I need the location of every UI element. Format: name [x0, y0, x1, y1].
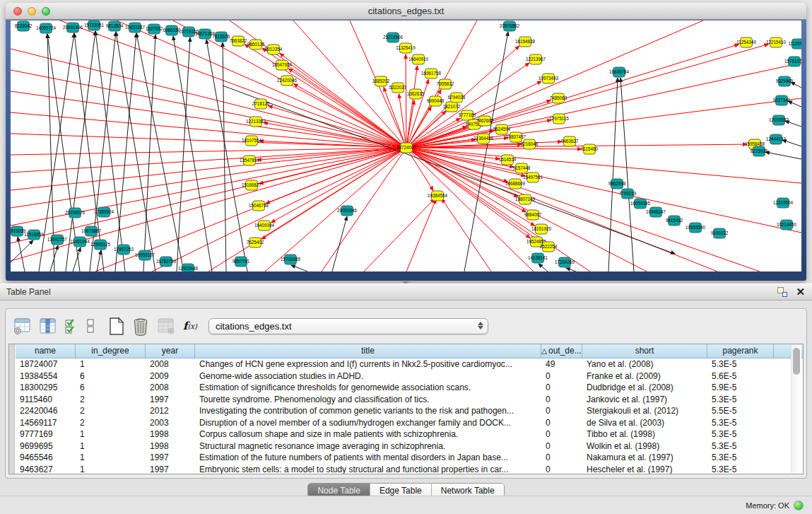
svg-text:13547891: 13547891	[240, 158, 260, 163]
svg-text:9329965: 9329965	[776, 78, 794, 83]
svg-text:7615526: 7615526	[213, 34, 230, 39]
svg-text:12215410: 12215410	[766, 40, 787, 45]
table-cell: Estimation of the future numbers of pati…	[195, 452, 541, 464]
table-row[interactable]: 2242004622012Investigating the contribut…	[16, 405, 803, 417]
row-height-icon[interactable]	[86, 317, 95, 335]
table-selector-dropdown[interactable]: citations_edges.txt	[208, 318, 488, 334]
table-selector-value: citations_edges.txt	[216, 321, 292, 332]
table-row-gutter	[9, 344, 15, 474]
scrollbar-thumb[interactable]	[793, 348, 800, 375]
svg-text:7462662: 7462662	[476, 118, 494, 123]
table-cell: 9465546	[16, 452, 76, 464]
column-header-name[interactable]: name	[16, 344, 76, 358]
citation-graph[interactable]: 8133042140557242069140615723051981350410…	[11, 21, 801, 271]
node-table: name in_degree year title △out_de... sho…	[8, 344, 804, 474]
select-columns-icon[interactable]	[64, 317, 79, 335]
table-row[interactable]: 911546021997Tourette syndrome. Phenomeno…	[16, 394, 803, 406]
svg-text:14055724: 14055724	[36, 25, 57, 30]
table-toolbar: f(x) citations_edges.txt	[6, 309, 806, 343]
table-header-row: name in_degree year title △out_de... sho…	[16, 344, 803, 358]
column-header-out-degree[interactable]: △out_de...	[541, 344, 582, 358]
svg-text:22420046: 22420046	[277, 78, 298, 83]
table-cell: Structural magnetic resonance image aver…	[195, 440, 541, 452]
svg-text:12975115: 12975115	[549, 116, 569, 121]
table-cell: 1	[76, 428, 146, 440]
table-cell: 14569117	[16, 417, 76, 429]
network-window-titlebar[interactable]: citations_edges.txt	[6, 3, 806, 20]
network-canvas[interactable]: 8133042140557242069140615723051981350410…	[11, 21, 801, 271]
svg-text:11325419: 11325419	[396, 45, 416, 50]
column-header-pagerank[interactable]: pagerank	[707, 344, 774, 358]
table-row[interactable]: 1456911722003Disruption of a novel membe…	[16, 417, 803, 429]
delete-table-icon[interactable]	[156, 317, 175, 335]
svg-text:20876882: 20876882	[500, 23, 520, 28]
table-row[interactable]: 1872400712008Changes of HCN gene express…	[16, 358, 803, 370]
svg-text:25218506: 25218506	[383, 35, 404, 40]
table-cell: 1	[76, 358, 146, 370]
svg-text:10214450: 10214450	[777, 222, 797, 227]
column-header-short[interactable]: short	[582, 344, 707, 358]
svg-text:20691406: 20691406	[63, 25, 83, 30]
svg-text:18724007: 18724007	[396, 145, 417, 150]
svg-text:10688609: 10688609	[505, 181, 526, 186]
table-cell: 0	[541, 452, 582, 464]
table-row[interactable]: 977716911998Corpus callosum shape and si…	[16, 428, 803, 440]
table-row[interactable]: 946362711997Embryonic stem cells: a mode…	[16, 464, 803, 475]
close-panel-icon[interactable]: ✕	[796, 286, 805, 297]
table-cell: Stergiakouli et al. (2012)	[582, 405, 707, 417]
new-table-icon[interactable]	[107, 317, 125, 336]
table-cell: 1998	[146, 428, 195, 440]
memory-status-label: Memory: OK	[746, 501, 789, 510]
table-row[interactable]: 946554611997Estimation of the future num…	[16, 452, 803, 464]
svg-text:8215935: 8215935	[751, 148, 768, 153]
svg-text:6794028: 6794028	[448, 95, 466, 100]
table-cell: 9115460	[16, 394, 76, 406]
svg-text:5322037: 5322037	[389, 85, 407, 90]
table-cell: 2008	[146, 358, 195, 370]
svg-text:16059395: 16059395	[630, 201, 651, 206]
float-panel-icon[interactable]	[777, 286, 787, 297]
table-cell: 18724007	[16, 358, 76, 370]
svg-text:9860125: 9860125	[247, 42, 265, 47]
column-header-in-degree[interactable]: in_degree	[76, 344, 146, 358]
table-row[interactable]: 969969511998Structural magnetic resonanc…	[16, 440, 803, 452]
table-row[interactable]: 1938455462009Genome-wide association stu…	[16, 370, 803, 382]
column-header-year[interactable]: year	[146, 344, 195, 358]
svg-text:2522254: 2522254	[540, 244, 558, 249]
function-builder-icon[interactable]: f(x)	[183, 320, 197, 332]
network-window: citations_edges.txt 81330421405572420691…	[6, 3, 806, 281]
svg-text:16782759: 16782759	[156, 259, 177, 264]
table-cell: Jankovic et al. (1997)	[582, 394, 707, 406]
table-panel-body: f(x) citations_edges.txt name in_degree …	[5, 308, 807, 479]
svg-text:17359924: 17359924	[94, 209, 114, 214]
table-cell: Changes of HCN gene expression and I(f) …	[195, 358, 541, 370]
svg-text:15751074: 15751074	[784, 59, 801, 64]
table-cell: Tibbo et al. (1998)	[582, 428, 707, 440]
table-cell: 5.6E-5	[707, 370, 774, 382]
svg-text:16648784: 16648784	[609, 69, 630, 74]
svg-text:9857791: 9857791	[233, 259, 250, 264]
column-settings-icon[interactable]	[38, 317, 57, 335]
vertical-scrollbar[interactable]	[791, 345, 801, 473]
table-cell: 19384554	[16, 370, 76, 382]
svg-text:10975887: 10975887	[81, 228, 102, 233]
svg-text:2718126: 2718126	[252, 101, 270, 106]
svg-text:20206576: 20206576	[65, 210, 86, 215]
table-cell: 5.5E-5	[707, 405, 774, 417]
svg-text:15046798: 15046798	[249, 203, 269, 208]
svg-text:10973493: 10973493	[539, 76, 559, 81]
table-settings-icon[interactable]	[13, 317, 32, 335]
table-cell: 5.3E-5	[707, 394, 774, 406]
svg-text:11120954: 11120954	[788, 41, 801, 46]
table-row[interactable]: 1830029562008Estimation of significance …	[16, 382, 803, 394]
table-cell: 2	[76, 405, 146, 417]
svg-text:11516859: 11516859	[24, 232, 44, 237]
sort-ascending-icon: △	[541, 347, 547, 355]
svg-text:19384554: 19384554	[428, 193, 448, 198]
svg-text:16640910: 16640910	[408, 57, 429, 62]
table-cell: de Silva et al. (2003)	[582, 417, 707, 429]
table-cell: 5.3E-5	[707, 358, 774, 370]
table-panel-titlebar: Table Panel ✕	[0, 284, 812, 300]
column-header-title[interactable]: title	[195, 344, 541, 358]
delete-column-icon[interactable]	[131, 317, 150, 336]
